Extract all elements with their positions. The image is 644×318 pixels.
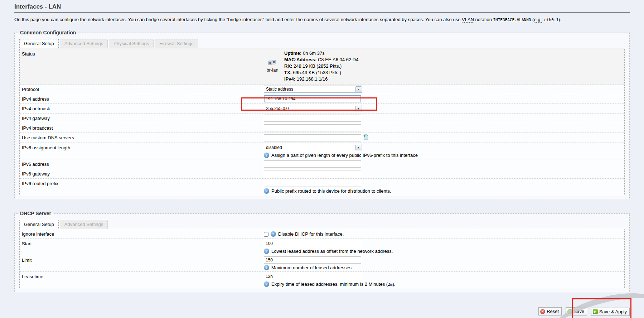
ipv6-assignment-select[interactable]: disabled ▼ bbox=[264, 144, 362, 151]
dhcp-limit-row: Limit ? Maximum number of leased address… bbox=[20, 255, 624, 272]
description-text-5: ). bbox=[558, 17, 561, 22]
interface-device: br-lan bbox=[264, 60, 281, 73]
common-configuration-section: Common Configuration General Setup Advan… bbox=[14, 30, 630, 199]
add-entry-icon[interactable] bbox=[363, 134, 369, 141]
tab-physical-settings[interactable]: Physical Settings bbox=[109, 39, 154, 48]
dhcp-leasetime-row: Leasetime ? Expiry time of leased addres… bbox=[20, 272, 624, 288]
protocol-row: Protocol Static address ▼ bbox=[20, 85, 624, 94]
action-button-bar: ✕ Reset ✓ Save ▶ Save & Apply bbox=[14, 307, 630, 316]
ipv4-broadcast-input[interactable] bbox=[264, 124, 361, 131]
ipv4-address-row: IPv4 address bbox=[20, 94, 624, 104]
status-ipv4: IPv4: 192.168.1.1/16 bbox=[284, 76, 358, 82]
dhcp-server-legend: DHCP Server bbox=[19, 211, 53, 216]
dhcp-leasetime-help: ? Expiry time of leased addresses, minim… bbox=[264, 281, 622, 287]
status-tx: TX: 695.43 KB (1533 Pkts.) bbox=[284, 69, 358, 76]
tab-advanced-settings[interactable]: Advanced Settings bbox=[60, 39, 108, 48]
description-abbr-vlan: VLAN bbox=[462, 17, 474, 23]
footer-text: Powered by LuCI | TP-Router-technology-d… bbox=[0, 317, 644, 318]
status-mac: MAC-Address: C8:EE:A6:04:62:D4 bbox=[284, 57, 358, 63]
ipv6-gateway-label: IPv6 gateway bbox=[22, 170, 264, 177]
reset-button[interactable]: ✕ Reset bbox=[538, 307, 562, 315]
ipv6-prefix-row: IPv6 routed prefix ? Public prefix route… bbox=[20, 179, 624, 195]
ipv4-broadcast-label: IPv4 broadcast bbox=[22, 124, 264, 131]
ipv6-address-row: IPv6 address bbox=[20, 159, 624, 169]
ignore-interface-checkbox[interactable] bbox=[264, 232, 268, 237]
dhcp-tab-general-setup[interactable]: General Setup bbox=[19, 220, 59, 229]
bridge-interface-icon bbox=[267, 62, 277, 67]
ipv6-prefix-label: IPv6 routed prefix bbox=[22, 180, 264, 186]
ipv4-gateway-label: IPv4 gateway bbox=[22, 115, 264, 121]
page-title: Interfaces - LAN bbox=[14, 0, 630, 13]
dhcp-start-row: Start ? Lowest leased address as offset … bbox=[20, 239, 624, 255]
custom-dns-row: Use custom DNS servers bbox=[20, 133, 624, 143]
status-row: Status br-lan bbox=[20, 48, 624, 85]
ipv6-prefix-input[interactable] bbox=[264, 180, 361, 187]
ipv4-gateway-input[interactable] bbox=[264, 115, 361, 122]
ipv6-gateway-input[interactable] bbox=[264, 170, 361, 177]
status-uptime: Uptime: 0h 6m 37s bbox=[284, 50, 358, 57]
ignore-interface-row: Ignore interface ? Disable DHCP for this… bbox=[20, 229, 624, 239]
description-text-2: notation bbox=[474, 17, 493, 22]
ipv6-assignment-select-value: disabled bbox=[266, 145, 282, 150]
help-icon: ? bbox=[264, 188, 269, 194]
dhcp-limit-input[interactable] bbox=[264, 256, 361, 264]
ignore-interface-label: Ignore interface bbox=[22, 230, 264, 237]
common-configuration-legend: Common Configuration bbox=[19, 30, 78, 35]
protocol-select[interactable]: Static address ▼ bbox=[264, 86, 362, 93]
ipv6-address-label: IPv6 address bbox=[22, 160, 264, 167]
tab-firewall-settings[interactable]: Firewall Settings bbox=[155, 39, 198, 48]
dhcp-start-help: ? Lowest leased address as offset from t… bbox=[264, 249, 622, 254]
tab-general-setup[interactable]: General Setup bbox=[19, 39, 59, 48]
ipv4-address-label: IPv4 address bbox=[22, 95, 264, 102]
dhcp-start-label: Start bbox=[22, 240, 264, 246]
status-rx: RX: 248.19 KB (2852 Pkts.) bbox=[284, 63, 358, 69]
custom-dns-input[interactable] bbox=[264, 134, 361, 141]
protocol-select-value: Static address bbox=[266, 87, 293, 92]
ipv4-address-input[interactable] bbox=[264, 95, 361, 102]
ipv6-assignment-help: ? Assign a part of given length of every… bbox=[264, 153, 622, 158]
status-label: Status bbox=[22, 50, 264, 57]
interface-device-name: br-lan bbox=[264, 67, 281, 73]
ipv6-gateway-row: IPv6 gateway bbox=[20, 169, 624, 179]
ipv4-netmask-row: IPv4 netmask 255.255.0.0 ▼ bbox=[20, 104, 624, 114]
description-abbr-eg: e.g. bbox=[534, 17, 542, 23]
chevron-down-icon: ▼ bbox=[355, 86, 361, 92]
help-icon: ? bbox=[264, 249, 269, 254]
ipv6-prefix-help: ? Public prefix routed to this device fo… bbox=[264, 188, 622, 194]
ipv6-address-input[interactable] bbox=[264, 160, 361, 168]
dhcp-server-section: DHCP Server General Setup Advanced Setti… bbox=[14, 211, 630, 292]
chevron-down-icon: ▼ bbox=[355, 106, 361, 111]
help-icon: ? bbox=[264, 281, 269, 287]
ipv4-netmask-select-value: 255.255.0.0 bbox=[266, 106, 289, 111]
ipv6-assignment-label: IPv6 assignment length bbox=[22, 144, 264, 150]
page-description: On this page you can configure the netwo… bbox=[14, 16, 630, 23]
dhcp-leasetime-label: Leasetime bbox=[22, 273, 264, 279]
ipv6-assignment-row: IPv6 assignment length disabled ▼ ? Assi… bbox=[20, 143, 624, 159]
status-details: Uptime: 0h 6m 37s MAC-Address: C8:EE:A6:… bbox=[284, 50, 358, 82]
ipv4-broadcast-row: IPv4 broadcast bbox=[20, 123, 624, 133]
help-icon: ? bbox=[264, 153, 269, 158]
ipv4-netmask-label: IPv4 netmask bbox=[22, 105, 264, 111]
help-icon: ? bbox=[264, 265, 269, 270]
description-code-eth: eth0.1 bbox=[544, 18, 558, 22]
dhcp-limit-label: Limit bbox=[22, 256, 264, 263]
ipv4-netmask-select[interactable]: 255.255.0.0 ▼ bbox=[264, 105, 362, 112]
ignore-interface-help: Disable DHCP for this interface. bbox=[278, 231, 344, 237]
custom-dns-label: Use custom DNS servers bbox=[22, 134, 264, 140]
ipv4-gateway-row: IPv4 gateway bbox=[20, 114, 624, 123]
dhcp-tabs: General Setup Advanced Settings bbox=[19, 220, 625, 229]
chevron-down-icon: ▼ bbox=[355, 145, 361, 150]
common-tabs: General Setup Advanced Settings Physical… bbox=[19, 39, 625, 48]
dhcp-leasetime-input[interactable] bbox=[264, 273, 361, 280]
help-icon: ? bbox=[271, 231, 276, 237]
dhcp-start-input[interactable] bbox=[264, 240, 361, 247]
protocol-label: Protocol bbox=[22, 86, 264, 92]
description-code-interface: INTERFACE.VLANNR bbox=[493, 18, 531, 22]
reset-icon: ✕ bbox=[540, 309, 545, 314]
dhcp-tab-content: Ignore interface ? Disable DHCP for this… bbox=[19, 229, 625, 288]
main-content: Interfaces - LAN On this page you can co… bbox=[0, 0, 644, 316]
dhcp-limit-help: ? Maximum number of leased addresses. bbox=[264, 265, 622, 270]
dhcp-tab-advanced-settings[interactable]: Advanced Settings bbox=[60, 220, 108, 229]
common-tab-content: Status br-lan bbox=[19, 48, 625, 195]
description-text-1: On this page you can configure the netwo… bbox=[14, 17, 462, 22]
